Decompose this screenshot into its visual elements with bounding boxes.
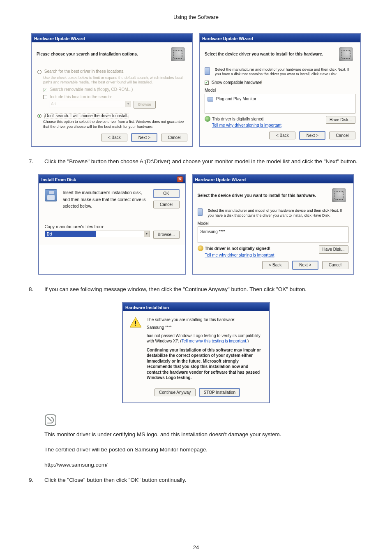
ifd-instruction: Insert the manufacturer's installation d… (63, 189, 148, 209)
dlg-select-driver-unsigned: Hardware Update Wizard Select the device… (192, 174, 354, 275)
titlebar: Hardware Update Wizard (200, 34, 360, 42)
dlg-title: Hardware Update Wizard (202, 35, 253, 42)
step-9: 9. Click the "Close" button then click "… (29, 476, 363, 485)
model-header: Model (205, 87, 355, 94)
path-value: D:\ (45, 231, 96, 238)
chk-compat-label: Show compatible hardware (212, 80, 262, 85)
titlebar: Hardware Update Wizard (193, 175, 353, 183)
wizard-icon (171, 47, 185, 61)
step-8: 8. If you can see following message wind… (29, 285, 363, 294)
next-button[interactable]: Next > (131, 133, 157, 142)
back-button[interactable]: < Back (101, 134, 127, 142)
floppy-icon (45, 189, 57, 201)
dlg-hardware-installation: Hardware Installation ! The software you… (122, 302, 270, 404)
copy-label: Copy manufacturer's files from: (45, 223, 180, 230)
close-icon[interactable]: ✕ (177, 176, 183, 182)
cancel-button[interactable]: Cancel (329, 132, 355, 140)
have-disk-button[interactable]: Have Disk... (326, 116, 355, 124)
continue-anyway-button[interactable]: Continue Anyway (154, 388, 196, 397)
note-block: This monitor driver is under certifying … (29, 430, 363, 469)
header-rule (29, 24, 363, 24)
model-item[interactable]: Plug and Play Monitor (216, 97, 256, 101)
stop-installation-button[interactable]: STOP Installation (199, 388, 240, 397)
cert-icon (205, 116, 210, 122)
cancel-button[interactable]: Cancel (322, 261, 348, 269)
titlebar: Hardware Installation (123, 303, 269, 311)
select-instruction: Select the manufacturer and model of you… (215, 67, 355, 77)
banner-text: Select the device driver you want to ins… (205, 51, 339, 58)
step-number: 9. (29, 476, 37, 485)
screenshot-row-3: Hardware Installation ! The software you… (29, 302, 363, 404)
location-value: A:\ (49, 101, 125, 107)
cert-status: This driver is not digitally signed! (205, 245, 319, 252)
back-button[interactable]: < Back (269, 132, 295, 140)
note-icon (44, 414, 57, 426)
back-button[interactable]: < Back (262, 261, 288, 269)
step-text: Click the "Browse" button then choose A:… (44, 157, 363, 166)
note-line-2: The certified driver will be posted on S… (44, 446, 363, 454)
hw-intro: The software you are installing for this… (147, 317, 263, 323)
dlg-title: Install From Disk (42, 176, 76, 183)
monitor-icon (198, 208, 203, 216)
ok-button[interactable]: OK (153, 189, 180, 198)
svg-text:!: ! (134, 320, 136, 327)
chevron-down-icon[interactable]: ▾ (144, 231, 150, 237)
warn-icon (198, 245, 203, 251)
dlg-search-options: Hardware Update Wizard Please choose you… (31, 33, 193, 147)
banner-text: Please choose your search and installati… (37, 51, 171, 58)
browse-button[interactable]: Browse... (153, 231, 180, 239)
next-button[interactable]: Next > (292, 261, 318, 270)
radio-search-desc: Use the check boxes below to limit or ex… (37, 76, 187, 87)
banner-text: Select the device driver you want to ins… (198, 192, 332, 199)
next-button[interactable]: Next > (299, 131, 325, 140)
radio-dont-search-desc: Choose this option to select the device … (37, 119, 187, 129)
radio-search-label: Search for the best driver in these loca… (44, 69, 125, 74)
page-number: 24 (0, 543, 392, 552)
chk-removable (43, 88, 47, 92)
warning-icon: ! (129, 317, 142, 328)
note-line-3: http://www.samsung.com/ (44, 461, 363, 469)
note-line-1: This monitor driver is under certifying … (44, 430, 363, 439)
chevron-down-icon: ▾ (125, 101, 131, 107)
monitor-icon (208, 97, 213, 102)
radio-dont-search[interactable] (37, 114, 42, 118)
chk-include-loc-label: Include this location in the search: (50, 95, 112, 99)
hw-logo-close: ) (247, 339, 249, 343)
cancel-button[interactable]: Cancel (153, 201, 180, 209)
dlg-title: Hardware Update Wizard (34, 35, 85, 42)
wizard-icon (339, 47, 353, 61)
chk-include-loc (43, 95, 47, 99)
have-disk-button[interactable]: Have Disk... (319, 245, 348, 254)
dlg-title: Hardware Installation (125, 304, 169, 311)
dlg-install-from-disk: Install From Disk ✕ Insert the manufactu… (38, 174, 186, 275)
radio-dont-search-label: Don't search. I will choose the driver t… (44, 113, 129, 118)
cert-link[interactable]: Tell me why driver signing is important (212, 123, 281, 127)
model-header: Model (198, 220, 348, 227)
browse-button: Browse (134, 101, 156, 109)
hw-logo-text: has not passed Windows Logo testing to v… (147, 333, 263, 344)
monitor-icon (205, 67, 210, 75)
page-header: Using the Software (0, 0, 392, 24)
step-number: 8. (29, 285, 37, 294)
screenshot-row-2: Install From Disk ✕ Insert the manufactu… (29, 174, 363, 275)
model-item[interactable]: Samsung **** (201, 229, 226, 234)
wizard-icon (332, 188, 346, 202)
cancel-button[interactable]: Cancel (161, 134, 187, 142)
logo-test-link[interactable]: Tell me why this testing is important. (182, 339, 247, 343)
step-number: 7. (29, 157, 37, 166)
step-7: 7. Click the "Browse" button then choose… (29, 157, 363, 166)
screenshot-row-1: Hardware Update Wizard Please choose you… (29, 33, 363, 147)
dlg-select-driver-signed: Hardware Update Wizard Select the device… (199, 33, 361, 147)
titlebar: Hardware Update Wizard (32, 34, 192, 42)
path-combo[interactable]: D:\ ▾ (45, 231, 150, 237)
select-instruction: Select the manufacturer and model of you… (208, 208, 348, 218)
step-text: If you can see following message window,… (44, 285, 363, 294)
step-text: Click the "Close" button then click "OK"… (44, 476, 363, 485)
location-combo: A:\ ▾ (49, 101, 131, 107)
hw-warning: Continuing your installation of this sof… (147, 347, 263, 381)
radio-search[interactable] (37, 70, 42, 74)
cert-link[interactable]: Tell me why driver signing is important (205, 253, 274, 257)
titlebar: Install From Disk ✕ (39, 175, 185, 183)
chk-compat[interactable] (205, 81, 209, 85)
dlg-title: Hardware Update Wizard (195, 176, 246, 183)
